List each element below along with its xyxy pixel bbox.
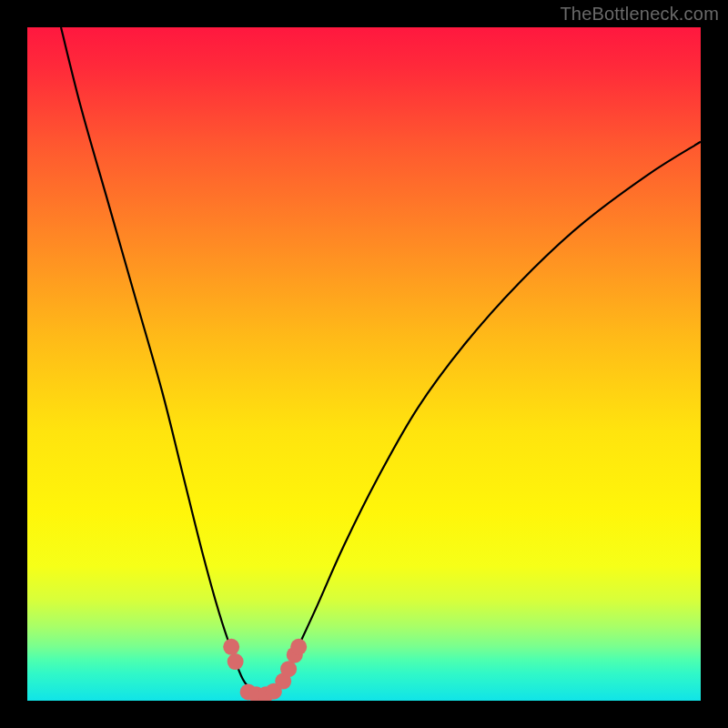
- plot-area: [27, 27, 701, 701]
- chart-frame: TheBottleneck.com: [0, 0, 728, 728]
- chart-svg: [27, 27, 701, 701]
- bottleneck-curve-path: [61, 27, 701, 695]
- curve-marker: [290, 639, 307, 655]
- curve-marker: [280, 661, 297, 677]
- watermark-text: TheBottleneck.com: [560, 4, 719, 25]
- curve-marker: [223, 639, 239, 655]
- curve-markers: [223, 639, 307, 701]
- curve-marker: [228, 653, 244, 670]
